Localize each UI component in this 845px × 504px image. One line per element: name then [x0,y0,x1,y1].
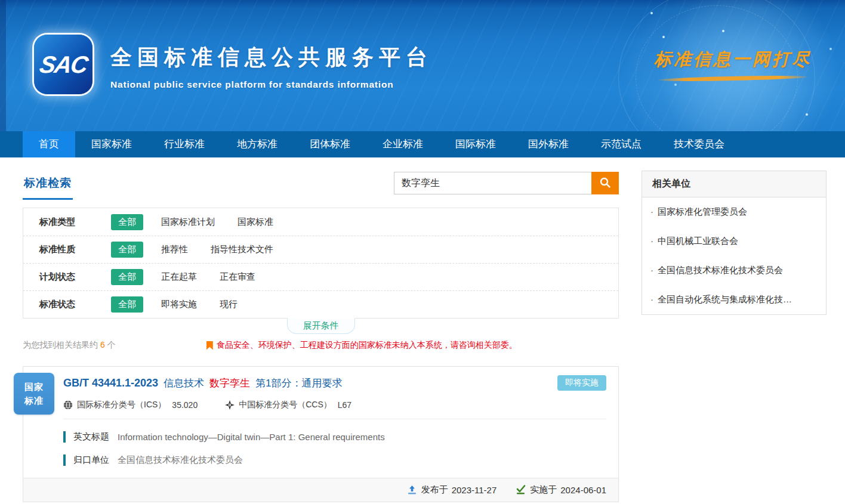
filter-option[interactable]: 国家标准计划 [161,217,215,228]
sac-logo-text: SAC [38,51,89,78]
ics-value: 35.020 [172,400,198,410]
search-section: 标准检索 [23,171,619,208]
filter-row-plan-status: 计划状态 全部 正在起草 正在审查 [23,263,618,290]
nav-tab-international-standards[interactable]: 国际标准 [439,131,512,157]
expand-conditions-wrap: 展开条件 [23,319,619,336]
standard-title-highlight[interactable]: 数字孪生 [209,376,250,390]
nav-tab-home[interactable]: 首页 [23,131,75,157]
committee-value: 全国信息技术标准化技术委员会 [118,454,243,466]
implement-date: 2024-06-01 [560,485,606,495]
filter-option[interactable]: 国家标准 [238,217,273,228]
header-slogan: 标准信息一网打尽 [649,48,816,81]
header-slogan-text: 标准信息一网打尽 [649,48,816,72]
teal-marker-bar [63,431,66,443]
main-column: 标准检索 标准类型 全部 国家标准计划 国家标准 标准性质 全部 [23,171,619,502]
card-title-row: GB/T 43441.1-2023 信息技术 数字孪生 第1部分：通用要求 即将… [63,375,606,391]
nav-tab-national-standards[interactable]: 国家标准 [75,131,148,157]
filter-option[interactable]: 即将实施 [161,299,197,310]
english-title-label: 英文标题 [73,431,109,443]
filter-all-button[interactable]: 全部 [111,214,143,230]
filter-label: 标准状态 [39,299,94,310]
nav-tab-local-standards[interactable]: 地方标准 [221,131,294,157]
card-divider [63,419,606,419]
related-unit-link[interactable]: 中国机械工业联合会 [642,227,826,256]
filter-option[interactable]: 正在审查 [220,271,255,283]
section-title-standard-search: 标准检索 [23,171,73,200]
ics-meta: 国际标准分类号（ICS） 35.020 [63,400,198,410]
sac-logo[interactable]: SAC [34,35,92,94]
related-units-title: 相关单位 [642,171,826,197]
expand-conditions-button[interactable]: 展开条件 [287,318,355,334]
filter-label: 标准性质 [39,244,94,255]
sidebar: 相关单位 国家标准化管理委员会 中国机械工业联合会 全国信息技术标准化技术委员会… [642,171,827,502]
filter-option[interactable]: 指导性技术文件 [211,244,273,255]
nav-tab-pilot[interactable]: 示范试点 [585,131,658,157]
card-meta-row: 国际标准分类号（ICS） 35.020 中国标准分类号（CCS） L67 [63,400,606,410]
search-button[interactable] [591,172,619,194]
filter-option[interactable]: 推荐性 [161,244,188,255]
filter-all-button[interactable]: 全部 [111,269,143,285]
result-summary-prefix: 为您找到相关结果约 [23,340,98,350]
standard-code-link[interactable]: GB/T 43441.1-2023 [63,377,158,389]
standard-title-part[interactable]: 信息技术 [164,376,204,390]
search-icon [599,177,611,190]
nav-tab-technical-committee[interactable]: 技术委员会 [658,131,741,157]
publish-date: 2023-11-27 [452,485,497,495]
filter-row-standard-nature: 标准性质 全部 推荐性 指导性技术文件 [23,236,618,263]
national-standard-badge: 国家 标准 [14,373,54,415]
system-notice: 食品安全、环境保护、工程建设方面的国家标准未纳入本系统，请咨询相关部委。 [206,340,517,351]
site-header: SAC 全国标准信息公共服务平台 National public service… [0,0,845,131]
filter-row-standard-status: 标准状态 全部 即将实施 现行 [23,290,618,318]
result-count: 6 [100,340,105,350]
ccs-label: 中国标准分类号（CCS） [239,400,332,410]
filter-label: 标准类型 [39,217,94,228]
nav-tab-foreign-standards[interactable]: 国外标准 [512,131,585,157]
filter-option[interactable]: 正在起草 [161,271,197,283]
standard-title-part[interactable]: 第1部分：通用要求 [255,376,342,390]
main-nav: 首页 国家标准 行业标准 地方标准 团体标准 企业标准 国际标准 国外标准 示范… [0,131,845,157]
standard-result-card: 国家 标准 GB/T 43441.1-2023 信息技术 数字孪生 第1部分：通… [23,366,619,502]
filter-row-standard-type: 标准类型 全部 国家标准计划 国家标准 [23,208,618,236]
result-summary-line: 为您找到相关结果约6个 食品安全、环境保护、工程建设方面的国家标准未纳入本系统，… [23,340,619,351]
ccs-value: L67 [338,400,351,410]
badge-line1: 国家 [24,380,44,394]
result-summary: 为您找到相关结果约6个 [23,340,116,351]
english-title-row: 英文标题 Information technology—Digital twin… [63,431,606,443]
committee-label: 归口单位 [73,454,109,466]
related-unit-link[interactable]: 国家标准化管理委员会 [642,197,826,227]
implement-check-icon [516,485,526,495]
filter-panel: 标准类型 全部 国家标准计划 国家标准 标准性质 全部 推荐性 指导性技术文件 … [23,208,619,319]
site-title-en: National public service platform for sta… [110,79,433,90]
notice-text: 食品安全、环境保护、工程建设方面的国家标准未纳入本系统，请咨询相关部委。 [217,340,517,351]
filter-label: 计划状态 [39,271,94,283]
related-unit-link[interactable]: 全国自动化系统与集成标准化技… [642,285,826,314]
english-title-value: Information technology—Digital twin—Part… [118,432,385,442]
status-badge: 即将实施 [557,375,606,391]
committee-row: 归口单位 全国信息技术标准化技术委员会 [63,454,606,466]
card-footer: 发布于 2023-11-27 实施于 2024-06-01 [23,478,618,502]
nav-tab-industry-standards[interactable]: 行业标准 [148,131,221,157]
badge-line2: 标准 [24,394,44,407]
related-unit-link[interactable]: 全国信息技术标准化技术委员会 [642,256,826,285]
publish-upload-icon [407,485,417,495]
search-input[interactable] [394,172,591,194]
compass-icon [225,400,235,410]
implement-date-item: 实施于 2024-06-01 [516,484,606,496]
filter-all-button[interactable]: 全部 [111,242,143,258]
page-content: 标准检索 标准类型 全部 国家标准计划 国家标准 标准性质 全部 [0,157,845,502]
related-units-panel: 相关单位 国家标准化管理委员会 中国机械工业联合会 全国信息技术标准化技术委员会… [642,171,827,315]
filter-all-button[interactable]: 全部 [111,296,143,313]
publish-label: 发布于 [421,484,448,496]
filter-option[interactable]: 现行 [220,299,238,310]
implement-label: 实施于 [530,484,557,496]
site-title-cn: 全国标准信息公共服务平台 [110,43,433,72]
site-titles: 全国标准信息公共服务平台 National public service pla… [110,43,433,90]
teal-marker-bar [63,454,66,466]
ics-label: 国际标准分类号（ICS） [77,400,166,410]
nav-tab-enterprise-standards[interactable]: 企业标准 [366,131,439,157]
ccs-meta: 中国标准分类号（CCS） L67 [225,400,351,410]
nav-tab-group-standards[interactable]: 团体标准 [294,131,366,157]
result-summary-suffix: 个 [107,340,116,350]
search-group [394,172,619,194]
globe-dots-decoration [650,12,653,14]
